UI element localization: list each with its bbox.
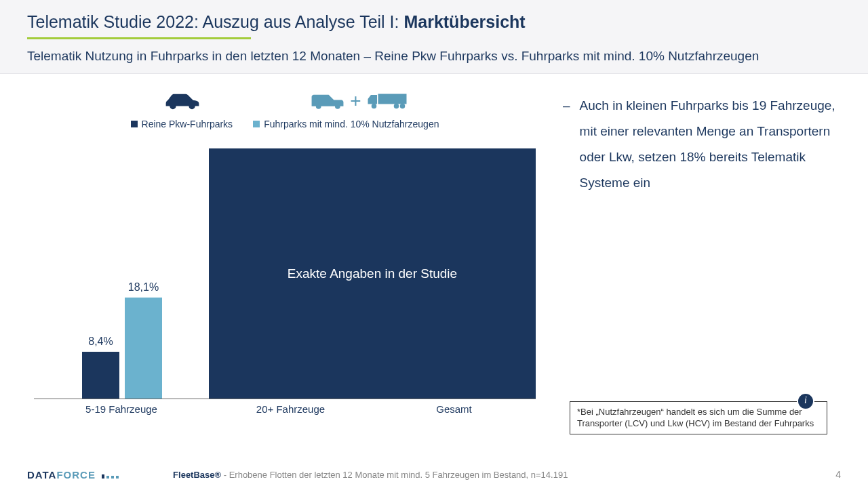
logo-part-a: DATA [27, 469, 56, 481]
logo: DATAFORCE [27, 469, 119, 481]
bar-group-1: 8,4% 18,1% [61, 298, 183, 399]
bullet-1: – Auch in kleinen Fuhrparks bis 19 Fahrz… [563, 93, 848, 196]
logo-dots-icon [102, 474, 119, 479]
bar-label-a: 8,4% [88, 336, 113, 348]
source-line: FleetBase® - Erhobene Flotten der letzte… [173, 470, 568, 480]
title-bold: Marktübersicht [403, 12, 525, 31]
header: Telematik Studie 2022: Auszug aus Analys… [0, 0, 868, 74]
source-rest: - Erhobene Flotten der letzten 12 Monate… [221, 470, 568, 480]
trucks-icon: + [311, 87, 407, 115]
chart-area: + Reine Pkw-Fuhrparks Fuhrparks mit mind… [27, 87, 542, 440]
legend-label-b: Fuhrparks mit mind. 10% Nutzfahrzeugen [264, 119, 439, 129]
svg-rect-0 [378, 94, 406, 104]
notes-area: – Auch in kleinen Fuhrparks bis 19 Fahrz… [542, 87, 848, 440]
chart-overlay: Exakte Angaben in der Studie [209, 148, 536, 399]
legend-icons: + [108, 87, 461, 115]
plus-icon: + [350, 90, 361, 112]
xaxis-tick-3: Gesamt [372, 403, 536, 415]
overlay-text: Exakte Angaben in der Studie [288, 266, 457, 281]
swatch-dark [131, 121, 138, 127]
footer: DATAFORCE FleetBase® - Erhobene Flotten … [0, 461, 868, 488]
swatch-light [253, 121, 260, 127]
title-underline [27, 37, 251, 39]
truck-icon [367, 91, 408, 111]
footnote-text: *Bei „Nutzfahrzeugen“ handelt es sich um… [577, 407, 814, 429]
bullet-dash: – [563, 93, 570, 196]
legend-item-a: Reine Pkw-Fuhrparks [131, 119, 233, 129]
footnote-box: i *Bei „Nutzfahrzeugen“ handelt es sich … [570, 401, 827, 434]
bar-series-b-cat1: 18,1% [125, 298, 162, 399]
svg-point-1 [371, 104, 376, 109]
page-number: 4 [835, 469, 841, 480]
svg-point-3 [399, 104, 405, 109]
bar-label-b: 18,1% [128, 281, 159, 293]
title-prefix: Telematik Studie 2022: Auszug aus Analys… [27, 12, 403, 31]
van-icon [311, 91, 344, 111]
xaxis-tick-1: 5-19 Fahrzeuge [34, 403, 209, 415]
legend-label-a: Reine Pkw-Fuhrparks [142, 119, 233, 129]
legend-item-b: Fuhrparks mit mind. 10% Nutzfahrzeugen [253, 119, 439, 129]
page-subtitle: Telematik Nutzung in Fuhrparks in den le… [27, 49, 841, 64]
logo-part-b: FORCE [56, 469, 96, 481]
chart-legend: Reine Pkw-Fuhrparks Fuhrparks mit mind. … [27, 119, 542, 129]
chart-plot: 8,4% 18,1% Exakte Angaben in der Studie [34, 148, 536, 399]
chart-xaxis: 5-19 Fahrzeuge 20+ Fahrzeuge Gesamt [34, 403, 536, 415]
page-title: Telematik Studie 2022: Auszug aus Analys… [27, 12, 841, 32]
car-icon [162, 87, 203, 115]
xaxis-tick-2: 20+ Fahrzeuge [209, 403, 372, 415]
bar-series-a-cat1: 8,4% [82, 352, 119, 399]
info-icon: i [797, 392, 814, 410]
bullet-text: Auch in kleinen Fuhrparks bis 19 Fahrzeu… [580, 93, 848, 196]
source-bold: FleetBase® [173, 470, 221, 480]
svg-point-2 [393, 104, 399, 109]
